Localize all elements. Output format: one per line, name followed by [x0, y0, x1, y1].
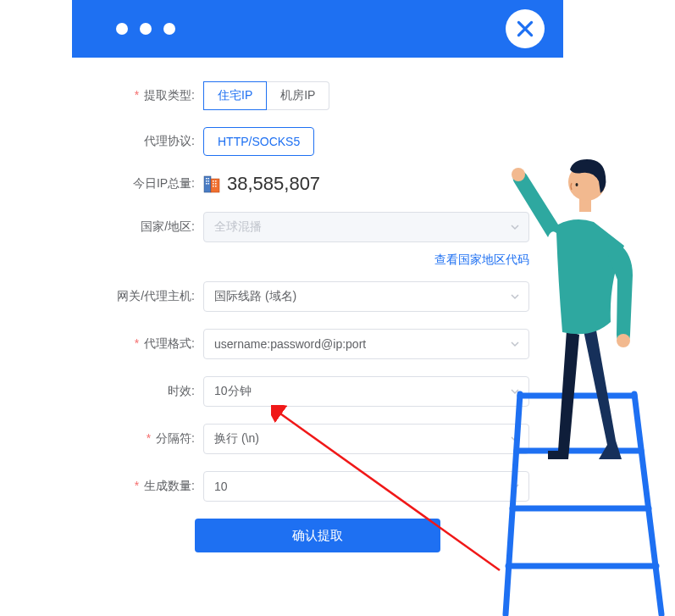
- svg-rect-6: [206, 183, 207, 185]
- chevron-down-icon: [510, 434, 520, 444]
- select-format[interactable]: username:password@ip:port: [203, 329, 529, 359]
- label-ip-total: 今日IP总量:: [106, 176, 203, 191]
- chevron-down-icon: [510, 481, 520, 491]
- dot: [116, 23, 128, 35]
- row-submit: 确认提取: [106, 519, 529, 552]
- svg-rect-9: [215, 180, 217, 182]
- label-region: 国家/地区:: [106, 219, 203, 235]
- select-duration[interactable]: 10分钟: [203, 376, 529, 407]
- option-http-socks5[interactable]: HTTP/SOCKS5: [203, 127, 314, 156]
- select-count-value: 10: [214, 480, 228, 493]
- config-window: 提取类型: 住宅IP 机房IP 代理协议: HTTP/SOCKS5 今日IP总量…: [72, 0, 563, 569]
- label-extract-type: 提取类型:: [106, 88, 203, 103]
- select-gateway-value: 国际线路 (域名): [214, 289, 296, 304]
- svg-rect-11: [215, 183, 217, 185]
- building-icon: [203, 175, 220, 193]
- label-protocol: 代理协议:: [106, 134, 203, 149]
- form: 提取类型: 住宅IP 机房IP 代理协议: HTTP/SOCKS5 今日IP总量…: [72, 58, 563, 569]
- row-region: 国家/地区: 全球混播: [106, 212, 529, 242]
- svg-rect-23: [579, 197, 591, 212]
- label-count: 生成数量:: [106, 479, 203, 494]
- window-dots: [116, 23, 175, 35]
- svg-point-25: [576, 183, 578, 186]
- select-separator-value: 换行 (\n): [214, 431, 259, 447]
- label-gateway: 网关/代理主机:: [106, 289, 203, 304]
- row-region-link: 查看国家地区代码: [203, 253, 529, 268]
- label-format: 代理格式:: [106, 336, 203, 352]
- row-separator: 分隔符: 换行 (\n): [106, 424, 529, 454]
- label-separator: 分隔符:: [106, 431, 203, 447]
- svg-rect-5: [208, 180, 210, 182]
- select-format-value: username:password@ip:port: [214, 337, 366, 351]
- submit-button[interactable]: 确认提取: [195, 519, 440, 552]
- row-duration: 时效: 10分钟: [106, 376, 529, 407]
- row-protocol: 代理协议: HTTP/SOCKS5: [106, 127, 529, 156]
- svg-rect-10: [213, 183, 214, 185]
- row-count: 生成数量: 10: [106, 471, 529, 502]
- dot: [140, 23, 152, 35]
- row-extract-type: 提取类型: 住宅IP 机房IP: [106, 81, 529, 110]
- chevron-down-icon: [510, 386, 520, 397]
- svg-rect-2: [206, 178, 207, 180]
- label-duration: 时效:: [106, 384, 203, 399]
- svg-rect-4: [206, 180, 207, 182]
- region-codes-link[interactable]: 查看国家地区代码: [434, 253, 529, 268]
- svg-point-24: [568, 164, 606, 201]
- select-separator[interactable]: 换行 (\n): [203, 424, 529, 454]
- titlebar: [72, 0, 563, 58]
- row-ip-total: 今日IP总量: 38,585,807: [106, 173, 529, 195]
- chevron-down-icon: [510, 222, 520, 232]
- ip-total-value: 38,585,807: [203, 173, 320, 195]
- svg-rect-0: [204, 176, 211, 192]
- select-gateway[interactable]: 国际线路 (域名): [203, 281, 529, 312]
- select-region-value: 全球混播: [214, 219, 262, 235]
- svg-rect-12: [213, 186, 214, 187]
- ip-total-number: 38,585,807: [227, 173, 320, 195]
- svg-rect-3: [208, 178, 210, 180]
- svg-rect-13: [215, 186, 217, 187]
- svg-line-16: [634, 394, 661, 614]
- dot: [163, 23, 175, 35]
- chevron-down-icon: [510, 339, 520, 349]
- row-format: 代理格式: username:password@ip:port: [106, 329, 529, 359]
- close-icon: [514, 18, 536, 40]
- option-datacenter-ip[interactable]: 机房IP: [267, 81, 329, 110]
- row-gateway: 网关/代理主机: 国际线路 (域名): [106, 281, 529, 312]
- close-button[interactable]: [506, 9, 545, 48]
- svg-rect-7: [208, 183, 210, 185]
- select-region: 全球混播: [203, 212, 529, 242]
- chevron-down-icon: [510, 291, 520, 302]
- svg-rect-8: [213, 180, 214, 182]
- option-residential-ip[interactable]: 住宅IP: [203, 81, 267, 110]
- select-duration-value: 10分钟: [214, 384, 252, 399]
- select-count[interactable]: 10: [203, 471, 529, 502]
- svg-point-22: [617, 334, 630, 347]
